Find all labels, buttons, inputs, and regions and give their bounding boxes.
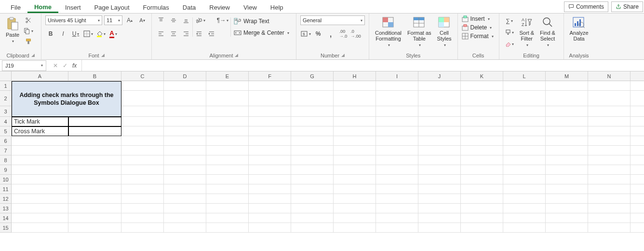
tab-data[interactable]: Data <box>176 2 202 13</box>
row-header[interactable]: 2 <box>0 91 12 106</box>
row-header[interactable]: 14 <box>0 213 12 223</box>
format-cells-button[interactable]: Format▾ <box>462 33 495 40</box>
font-size-combo[interactable]: 11▾ <box>104 15 122 25</box>
fill-color-button[interactable]: ▾ <box>95 29 106 39</box>
name-box[interactable]: J19 ▾ <box>2 60 46 71</box>
decrease-font-button[interactable]: A▾ <box>137 15 148 25</box>
column-header[interactable]: B <box>68 71 121 81</box>
tab-home[interactable]: Home <box>27 1 58 13</box>
tab-page-layout[interactable]: Page Layout <box>88 2 136 13</box>
tab-formulas[interactable]: Formulas <box>136 2 176 13</box>
text-direction-button[interactable]: ¶→▾ <box>216 15 229 25</box>
formula-input[interactable] <box>82 60 644 71</box>
row-header[interactable]: 4 <box>0 117 12 126</box>
row-header[interactable]: 11 <box>0 184 12 194</box>
decrease-indent-button[interactable] <box>194 29 204 39</box>
align-middle-button[interactable] <box>168 15 179 25</box>
insert-cells-button[interactable]: Insert▾ <box>462 15 495 22</box>
tab-insert[interactable]: Insert <box>58 2 88 13</box>
comma-format-button[interactable]: , <box>325 29 336 39</box>
row-header[interactable]: 1 <box>0 81 12 91</box>
sort-filter-button[interactable]: AZ Sort & Filter▾ <box>518 15 537 49</box>
number-format-combo[interactable]: General▾ <box>300 15 365 25</box>
increase-indent-button[interactable] <box>206 29 217 39</box>
cancel-formula-button[interactable]: ✕ <box>51 62 60 69</box>
align-right-button[interactable] <box>181 29 191 39</box>
row-header[interactable]: 9 <box>0 165 12 175</box>
cell-styles-button[interactable]: Cell Styles▾ <box>435 15 454 49</box>
cell-a5[interactable]: Cross Mark <box>12 126 68 136</box>
row-header[interactable]: 8 <box>0 155 12 165</box>
column-header[interactable]: L <box>503 71 546 81</box>
row-header[interactable]: 15 <box>0 223 12 233</box>
column-header[interactable]: D <box>164 71 206 81</box>
merge-center-button[interactable]: Merge & Center ▾ <box>232 28 291 37</box>
bold-button[interactable]: B <box>45 29 56 39</box>
cell-b4[interactable] <box>68 117 121 126</box>
orientation-button[interactable]: ab▾ <box>194 15 207 25</box>
row-header[interactable]: 5 <box>0 126 12 136</box>
underline-button[interactable]: U▾ <box>70 29 81 39</box>
cell-a4[interactable]: Tick Mark <box>12 117 68 126</box>
row-header[interactable]: 3 <box>0 106 12 117</box>
column-header[interactable]: M <box>546 71 588 81</box>
dialog-launcher-icon[interactable]: ◢ <box>31 53 35 58</box>
wrap-text-button[interactable]: ab Wrap Text <box>232 17 291 26</box>
copy-button[interactable]: ▾ <box>23 26 34 36</box>
select-all-corner[interactable] <box>0 71 12 81</box>
paste-button[interactable]: Paste ▾ <box>4 15 21 45</box>
tab-review[interactable]: Review <box>202 2 237 13</box>
row-header[interactable]: 12 <box>0 194 12 204</box>
column-header[interactable]: I <box>376 71 418 81</box>
share-button[interactable]: Share <box>611 1 643 12</box>
row-header[interactable]: 10 <box>0 175 12 184</box>
column-header[interactable]: K <box>461 71 503 81</box>
fx-button[interactable]: fx <box>70 62 79 69</box>
comments-button[interactable]: Comments <box>564 1 608 12</box>
row-header[interactable]: 6 <box>0 136 12 146</box>
tab-file[interactable]: File <box>4 2 27 13</box>
cells-area[interactable]: Adding check marks through the Symbols D… <box>12 81 644 251</box>
font-color-button[interactable]: A▾ <box>108 29 119 39</box>
cut-button[interactable] <box>23 15 34 25</box>
tab-help[interactable]: Help <box>264 2 290 13</box>
column-header[interactable]: O <box>631 71 644 81</box>
row-header[interactable]: 7 <box>0 146 12 155</box>
dialog-launcher-icon[interactable]: ◢ <box>101 53 105 58</box>
increase-decimal-button[interactable]: .00→.0 <box>338 29 349 39</box>
column-header[interactable]: F <box>249 71 291 81</box>
column-header[interactable]: E <box>206 71 249 81</box>
align-bottom-button[interactable] <box>181 15 191 25</box>
accounting-format-button[interactable]: $▾ <box>300 29 311 39</box>
align-center-button[interactable] <box>168 29 179 39</box>
column-header[interactable]: J <box>418 71 461 81</box>
percent-format-button[interactable]: % <box>313 29 323 39</box>
dialog-launcher-icon[interactable]: ◢ <box>341 53 345 58</box>
tab-view[interactable]: View <box>237 2 264 13</box>
column-header[interactable]: A <box>12 71 68 81</box>
increase-font-button[interactable]: A▴ <box>124 15 135 25</box>
conditional-formatting-button[interactable]: Conditional Formatting▾ <box>373 15 403 49</box>
find-select-button[interactable]: Find & Select▾ <box>538 15 557 49</box>
column-header[interactable]: H <box>334 71 376 81</box>
enter-formula-button[interactable]: ✓ <box>61 62 69 69</box>
format-painter-button[interactable] <box>23 37 34 46</box>
delete-cells-button[interactable]: Delete▾ <box>462 24 495 31</box>
analyze-data-button[interactable]: Analyze Data <box>568 15 590 42</box>
column-header[interactable]: G <box>291 71 334 81</box>
clear-button[interactable]: ▾ <box>503 39 516 49</box>
column-header[interactable]: N <box>588 71 631 81</box>
align-top-button[interactable] <box>156 15 166 25</box>
font-name-combo[interactable]: Univers 45 Light▾ <box>45 15 102 25</box>
fill-button[interactable]: ▾ <box>503 28 516 37</box>
cell-b5[interactable] <box>68 126 121 136</box>
italic-button[interactable]: I <box>58 29 68 39</box>
align-left-button[interactable] <box>156 29 166 39</box>
sheet-title-cell[interactable]: Adding check marks through the Symbols D… <box>12 81 121 117</box>
borders-button[interactable]: ▾ <box>83 29 94 39</box>
column-header[interactable]: C <box>121 71 164 81</box>
dialog-launcher-icon[interactable]: ◢ <box>235 53 238 58</box>
format-as-table-button[interactable]: Format as Table▾ <box>405 15 433 49</box>
row-header[interactable]: 13 <box>0 204 12 213</box>
decrease-decimal-button[interactable]: .0→.00 <box>350 29 361 39</box>
